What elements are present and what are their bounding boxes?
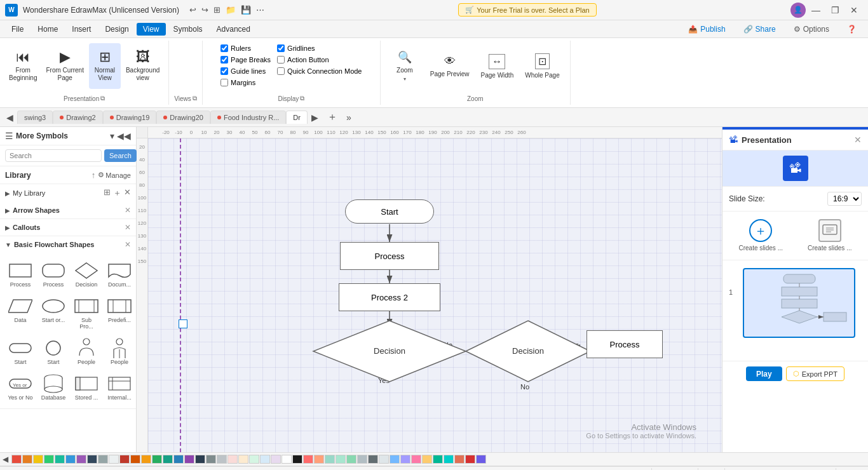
maximize-btn[interactable]: ❐ (826, 1, 844, 19)
ribbon-btn-page-preview[interactable]: 👁 Page Preview (425, 43, 475, 89)
minimize-btn[interactable]: — (807, 1, 825, 19)
symbols-collapse-btn[interactable]: ◀◀ (117, 131, 131, 141)
my-lib-add-icon[interactable]: ＋ (113, 187, 121, 199)
shape-process1[interactable]: Process (340, 242, 439, 270)
color-swatch-darkblue[interactable] (173, 455, 184, 464)
color-swatch-blue[interactable] (65, 455, 76, 464)
color-swatch-lightpurple[interactable] (271, 455, 281, 464)
shape-start[interactable]: Start (345, 199, 434, 224)
share-btn[interactable]: 🔗 Share (737, 23, 782, 36)
close-btn[interactable]: ✕ (845, 1, 863, 19)
color-swatch-darkorange[interactable] (130, 455, 140, 464)
menu-symbols[interactable]: Symbols (167, 23, 209, 36)
color-swatch-orange[interactable] (22, 455, 32, 464)
create-slides-btn1[interactable]: ＋ Create slides ... (729, 219, 793, 252)
color-swatch-teal[interactable] (55, 455, 65, 464)
shape-database[interactable]: Database (38, 371, 69, 404)
check-gridlines[interactable]: Gridlines (275, 43, 364, 53)
symbols-menu-icon[interactable]: ☰ (5, 131, 13, 141)
slide-preview[interactable] (743, 268, 855, 338)
color-swatch-grey[interactable] (98, 455, 108, 464)
manage-label[interactable]: ⚙ Manage (98, 171, 131, 179)
views-expand-icon[interactable]: ⧉ (193, 95, 197, 102)
check-margins[interactable]: Margins (218, 77, 273, 88)
shape-decision1[interactable]: Decision (312, 319, 467, 383)
shape-document[interactable]: Docum... (104, 258, 135, 291)
color-swatch-dark[interactable] (87, 455, 97, 464)
ribbon-btn-from-current[interactable]: ▶ From CurrentPage (42, 43, 87, 89)
slide-size-select[interactable]: 16:9 4:3 (827, 192, 862, 206)
color-swatch-purple[interactable] (76, 455, 86, 464)
color-bar-nav-left[interactable]: ◀ (3, 455, 8, 464)
create-slides-btn2[interactable]: Create slides ... (798, 219, 862, 252)
ribbon-btn-from-beginning[interactable]: ⏮ FromBeginning (5, 43, 41, 89)
display-expand-icon[interactable]: ⧉ (300, 95, 304, 102)
tab-drawing2[interactable]: Drawing2 (53, 111, 102, 124)
shape-yes-no[interactable]: Yes or Yes or No (5, 371, 36, 404)
shape-data[interactable]: Data (5, 293, 36, 333)
color-swatch-darkpurple[interactable] (184, 455, 194, 464)
ribbon-btn-background-view[interactable]: 🖼 Backgroundview (122, 43, 163, 89)
redo-btn[interactable]: ↪ (201, 5, 208, 15)
tab-prev-arrow[interactable]: ◀ (3, 111, 17, 124)
play-button[interactable]: Play (746, 366, 782, 381)
open-btn[interactable]: 📁 (226, 5, 236, 15)
tab-dr[interactable]: Dr (286, 111, 308, 124)
color-swatch-lightorange[interactable] (238, 455, 248, 464)
undo-btn[interactable]: ↩ (189, 5, 196, 15)
presentation-close-btn[interactable]: ✕ (854, 135, 862, 145)
tab-swing3[interactable]: swing3 (17, 111, 53, 124)
category-arrow-shapes-header[interactable]: ▶ Arrow Shapes ✕ (0, 202, 136, 218)
menu-insert[interactable]: Insert (65, 23, 97, 36)
ribbon-btn-page-width[interactable]: ↔ Page Width (476, 43, 519, 89)
category-callouts-header[interactable]: ▶ Callouts ✕ (0, 219, 136, 236)
color-swatch-green[interactable] (44, 455, 54, 464)
check-guide-lines[interactable]: Guide lines (218, 66, 273, 76)
color-swatch-gold[interactable] (141, 455, 151, 464)
color-swatch-medium-grey[interactable] (206, 455, 216, 464)
tab-drawing19[interactable]: Drawing19 (103, 111, 157, 124)
ribbon-btn-normal-view[interactable]: ⊞ NormalView (89, 43, 121, 89)
shape-process-rect[interactable]: Process (5, 258, 36, 291)
trial-banner[interactable]: 🛒 Your Free Trial is over. Select a Plan (458, 3, 597, 17)
color-swatch-darkred[interactable] (119, 455, 130, 464)
color-swatch-white[interactable] (281, 455, 292, 464)
shape-start-rounded[interactable]: Start (5, 335, 36, 368)
menu-home[interactable]: Home (31, 23, 64, 36)
publish-btn[interactable]: 📤 Publish (682, 23, 731, 36)
presentation-expand-icon[interactable]: ⧉ (100, 95, 105, 102)
shape-start-circle[interactable]: Start (38, 335, 69, 368)
color-swatch-lightblue[interactable] (260, 455, 270, 464)
shape-people2[interactable]: People (104, 335, 135, 368)
color-swatch-lightgreen[interactable] (249, 455, 259, 464)
menu-advanced[interactable]: Advanced (210, 23, 257, 36)
tab-next-arrow[interactable]: ▶ (308, 111, 322, 124)
category-flowchart-header[interactable]: ▼ Basic Flowchart Shapes ✕ (0, 236, 136, 253)
check-action-button[interactable]: Action Button (275, 55, 364, 65)
help-btn[interactable]: ❓ (841, 23, 863, 36)
arrow-shapes-close-icon[interactable]: ✕ (125, 206, 131, 215)
ribbon-btn-zoom[interactable]: 🔍 Zoom ▾ (386, 43, 424, 89)
check-rulers[interactable]: Rulers (218, 43, 273, 53)
options-btn[interactable]: ⚙ Options (787, 23, 836, 36)
shape-process3[interactable]: Process (587, 330, 663, 358)
callouts-close-icon[interactable]: ✕ (125, 223, 131, 232)
shape-process2[interactable]: Process 2 (339, 283, 440, 311)
shape-process-rounded[interactable]: Process (38, 258, 69, 291)
shape-predefined[interactable]: Predefi... (104, 293, 135, 333)
my-lib-close-icon[interactable]: ✕ (124, 187, 131, 199)
flowchart-close-icon[interactable]: ✕ (125, 240, 131, 249)
canvas[interactable]: Yes No Yes No Start Process Process 2 (148, 138, 722, 452)
symbols-dropdown-icon[interactable]: ▾ (110, 131, 114, 141)
tab-food-industry[interactable]: Food Industry R... (210, 111, 286, 124)
tab-more-btn[interactable]: » (342, 111, 355, 124)
tab-drawing20[interactable]: Drawing20 (156, 111, 210, 124)
shape-decision[interactable]: Decision (71, 258, 102, 291)
shape-internal[interactable]: Internal... (104, 371, 135, 404)
color-swatch-black[interactable] (292, 455, 302, 464)
menu-design[interactable]: Design (98, 23, 135, 36)
my-library-arrow[interactable]: ▶ (5, 190, 10, 197)
tab-add-btn[interactable]: ＋ (322, 109, 342, 125)
search-button[interactable]: Search (104, 149, 137, 162)
avatar-btn[interactable]: 👤 (790, 3, 806, 18)
